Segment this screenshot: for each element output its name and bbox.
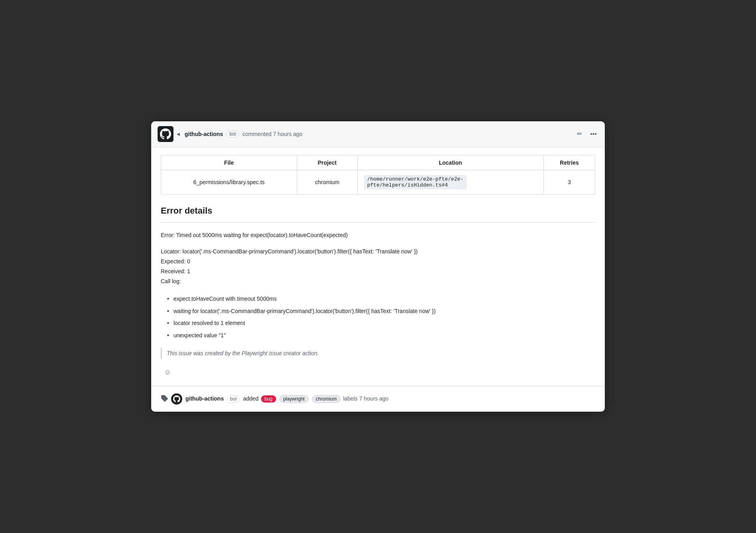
error-divider <box>161 222 595 223</box>
main-card: ◂ github-actions bot commented 7 hours a… <box>151 121 605 412</box>
reaction-area: ☺ <box>161 367 595 378</box>
header-left: ◂ github-actions bot commented 7 hours a… <box>158 126 302 142</box>
error-details-title: Error details <box>161 206 595 216</box>
cell-location: /home/runner/work/e2e-pfte/e2e-pfte/help… <box>357 170 544 194</box>
back-arrow-icon: ◂ <box>177 130 180 138</box>
activity-commenter: github-actions <box>185 395 224 402</box>
error-block: Locator: locator('.ms-CommandBar-primary… <box>161 247 595 287</box>
table-row: 6_permissions/library.spec.ts chromium /… <box>161 170 595 194</box>
header-right: ✏ ••• <box>575 129 598 138</box>
activity-action: added <box>243 395 259 402</box>
commenter-name: github-actions <box>185 131 223 137</box>
activity-avatar <box>171 393 182 405</box>
cell-retries: 3 <box>544 170 595 194</box>
list-item: waiting for locator('.ms-CommandBar-prim… <box>167 307 595 315</box>
expected-line: Expected: 0 <box>161 257 595 266</box>
activity-text: github-actions bot added bug playwright … <box>185 395 389 403</box>
col-retries: Retries <box>544 155 595 170</box>
activity-bot-badge: bot <box>227 395 240 403</box>
list-item: locator resolved to 1 element <box>167 319 595 327</box>
results-table: File Project Location Retries 6_permissi… <box>161 155 595 195</box>
activity-footer: github-actions bot added bug playwright … <box>151 386 605 412</box>
add-reaction-button[interactable]: ☺ <box>161 367 174 378</box>
bot-badge: bot <box>226 130 239 138</box>
blockquote-note: This issue was created by the Playwright… <box>161 348 595 359</box>
table-header-row: File Project Location Retries <box>161 155 595 170</box>
more-options-button[interactable]: ••• <box>588 130 598 138</box>
github-avatar <box>158 126 173 142</box>
label-bug: bug <box>261 395 276 403</box>
call-log-label: Call log: <box>161 276 595 286</box>
col-file: File <box>161 155 297 170</box>
cell-file: 6_permissions/library.spec.ts <box>161 170 297 194</box>
comment-body: File Project Location Retries 6_permissi… <box>151 147 605 386</box>
edit-button[interactable]: ✏ <box>575 129 584 138</box>
col-project: Project <box>297 155 357 170</box>
list-item: expect.toHaveCount with timeout 5000ms <box>167 294 595 303</box>
main-error-text: Error: Timed out 5000ms waiting for expe… <box>161 231 595 240</box>
list-item: unexpected value "1" <box>167 331 595 340</box>
comment-time: commented 7 hours ago <box>242 131 302 137</box>
label-chromium: chromium <box>312 395 341 403</box>
activity-time: labels 7 hours ago <box>343 395 388 402</box>
call-log-list: expect.toHaveCount with timeout 5000ms w… <box>161 294 595 340</box>
cell-project: chromium <box>297 170 357 194</box>
col-location: Location <box>357 155 544 170</box>
label-playwright: playwright <box>279 395 309 403</box>
locator-line: Locator: locator('.ms-CommandBar-primary… <box>161 247 595 257</box>
comment-header: ◂ github-actions bot commented 7 hours a… <box>151 121 605 147</box>
tag-icon <box>161 395 168 404</box>
location-code: /home/runner/work/e2e-pfte/e2e-pfte/help… <box>364 175 467 189</box>
received-line: Received: 1 <box>161 266 595 276</box>
